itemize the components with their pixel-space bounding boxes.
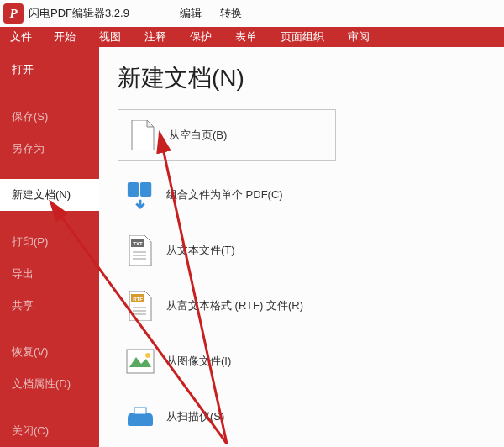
ribbon-form[interactable]: 表单	[223, 29, 269, 45]
ribbon-review[interactable]: 审阅	[336, 29, 381, 45]
option-scanner-label: 从扫描仪(S)	[166, 409, 224, 424]
ribbon-protect[interactable]: 保护	[178, 29, 223, 45]
svg-rect-15	[134, 408, 146, 414]
title-bar: P 闪电PDF编辑器3.2.9 编辑 转换	[0, 0, 504, 27]
option-rtf[interactable]: RTF 从富文本格式 (RTF) 文件(R)	[118, 284, 486, 328]
sidebar-item-new[interactable]: 新建文档(N)	[0, 179, 99, 211]
option-blank[interactable]: 从空白页(B)	[118, 109, 336, 161]
sidebar-item-saveas[interactable]: 另存为	[0, 133, 99, 165]
menu-edit[interactable]: 编辑	[180, 6, 202, 21]
svg-rect-1	[140, 182, 151, 197]
sidebar-item-open[interactable]: 打开	[0, 54, 99, 86]
svg-rect-12	[127, 350, 154, 373]
ribbon-comment[interactable]: 注释	[133, 29, 178, 45]
svg-text:TXT: TXT	[133, 241, 143, 246]
svg-point-14	[145, 353, 150, 358]
sidebar: 打开 保存(S) 另存为 新建文档(N) 打印(P) 导出 共享 恢复(V) 文…	[0, 47, 99, 447]
app-title: 闪电PDF编辑器3.2.9	[29, 6, 129, 21]
sidebar-item-recover[interactable]: 恢复(V)	[0, 336, 99, 368]
blank-page-icon	[129, 118, 157, 152]
app-logo-icon: P	[3, 3, 24, 24]
ribbon-pages[interactable]: 页面组织	[269, 29, 336, 45]
content-panel: 新建文档(N) 从空白页(B) 组合文件为单个 PDF(C) TXT 从文本文件…	[99, 47, 504, 447]
menu-convert[interactable]: 转换	[220, 6, 242, 21]
txt-file-icon: TXT	[126, 234, 155, 267]
sidebar-item-props[interactable]: 文档属性(D)	[0, 368, 99, 400]
combine-icon	[126, 178, 155, 212]
sidebar-item-save[interactable]: 保存(S)	[0, 101, 99, 133]
option-text-label: 从文本文件(T)	[166, 243, 235, 258]
title-menu: 编辑 转换	[180, 6, 242, 21]
page-title: 新建文档(N)	[118, 62, 486, 94]
rtf-file-icon: RTF	[126, 289, 155, 323]
option-combine-label: 组合文件为单个 PDF(C)	[166, 187, 283, 202]
svg-rect-0	[128, 182, 139, 197]
sidebar-item-close[interactable]: 关闭(C)	[0, 415, 99, 447]
ribbon: 文件 开始 视图 注释 保护 表单 页面组织 审阅	[0, 27, 504, 47]
ribbon-start[interactable]: 开始	[42, 29, 87, 45]
option-image[interactable]: 从图像文件(I)	[118, 339, 486, 383]
sidebar-item-print[interactable]: 打印(P)	[0, 226, 99, 258]
option-scanner[interactable]: 从扫描仪(S)	[118, 395, 486, 439]
option-combine[interactable]: 组合文件为单个 PDF(C)	[118, 173, 486, 217]
ribbon-file-tab[interactable]: 文件	[0, 27, 42, 47]
sidebar-item-share[interactable]: 共享	[0, 290, 99, 322]
sidebar-item-export[interactable]: 导出	[0, 258, 99, 290]
scanner-icon	[126, 400, 155, 434]
option-image-label: 从图像文件(I)	[166, 354, 231, 369]
option-rtf-label: 从富文本格式 (RTF) 文件(R)	[166, 298, 303, 313]
option-text[interactable]: TXT 从文本文件(T)	[118, 229, 486, 272]
svg-text:RTF: RTF	[133, 297, 143, 302]
image-file-icon	[126, 344, 155, 378]
ribbon-view[interactable]: 视图	[87, 29, 133, 45]
option-blank-label: 从空白页(B)	[169, 128, 227, 143]
